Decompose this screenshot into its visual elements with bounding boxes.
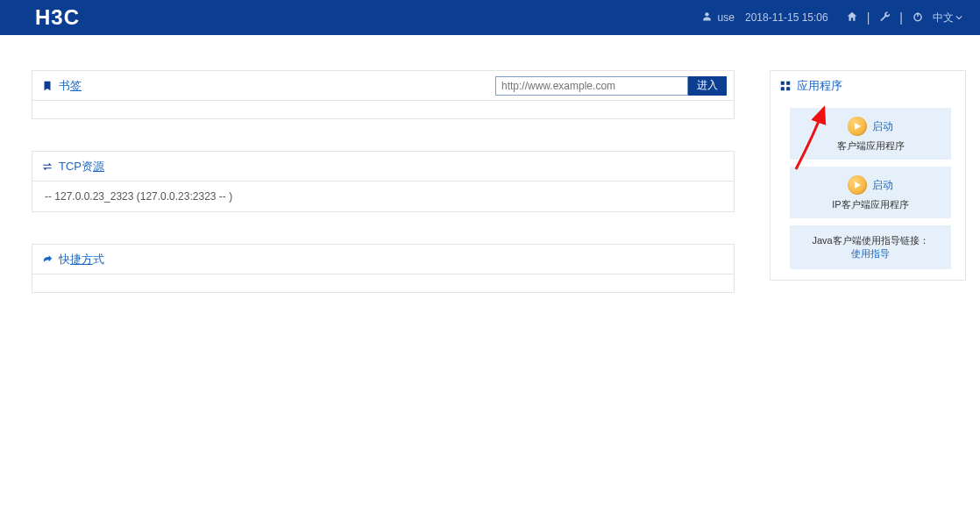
app-card-ip-client: 启动 IP客户端应用程序 [790,167,951,218]
tcp-body: -- 127.0.0.23_2323 (127.0.0.23:2323 -- ) [32,182,734,211]
app-card-desc: 客户端应用程序 [837,139,905,153]
bookmark-icon [41,80,53,92]
logo: H3C [35,5,80,30]
tcp-panel: TCP资源 -- 127.0.0.23_2323 (127.0.0.23:232… [32,151,735,212]
guide-link[interactable]: 使用指导 [797,247,944,260]
left-column: 书签 进入 TCP资源 -- 1 [32,70,735,293]
launch-link[interactable]: 启动 [872,119,893,134]
svg-rect-3 [781,82,785,85]
url-input[interactable] [495,76,688,96]
language-label: 中文 [933,11,954,25]
apps-panel: 应用程序 启动 客户端应用程序 启动 [770,70,966,281]
shortcuts-panel: 快捷方式 [32,244,735,293]
user-icon [701,11,713,25]
tcp-title: TCP资源 [59,159,104,175]
header-actions: | | 中文 [846,11,962,25]
url-bar: 进入 [495,76,727,96]
bookmarks-title: 书签 [59,78,82,94]
tcp-panel-head: TCP资源 [32,152,734,182]
grid-icon [779,80,792,92]
bookmarks-panel-head: 书签 进入 [32,71,734,101]
shortcuts-body [32,274,734,292]
app-card-desc: IP客户端应用程序 [832,198,908,211]
svg-rect-5 [781,87,785,90]
go-button[interactable]: 进入 [688,76,727,96]
shortcuts-title: 快捷方式 [59,252,104,267]
page-body: 书签 进入 TCP资源 -- 1 [0,35,980,293]
language-selector[interactable]: 中文 [933,11,962,25]
app-header: H3C use 2018-11-15 15:06 | | 中文 [0,0,980,35]
chevron-down-icon [955,14,962,21]
tcp-resource-item[interactable]: -- 127.0.0.23_2323 (127.0.0.23:2323 -- ) [45,190,232,203]
svg-point-0 [705,12,708,16]
user-name: use [718,11,735,24]
svg-rect-6 [786,87,790,90]
app-card-client: 启动 客户端应用程序 [790,108,951,160]
separator: | [867,11,870,25]
home-icon[interactable] [846,11,858,25]
play-button[interactable] [848,175,867,195]
svg-rect-4 [786,82,790,85]
wrench-icon[interactable] [878,11,891,25]
launch-link[interactable]: 启动 [872,178,893,193]
shortcuts-panel-head: 快捷方式 [32,245,734,274]
guide-label: Java客户端使用指导链接： [797,234,944,247]
header-timestamp: 2018-11-15 15:06 [745,11,828,24]
bookmarks-body [32,101,734,118]
separator: | [899,11,903,25]
right-column: 应用程序 启动 客户端应用程序 启动 [770,70,966,281]
share-arrow-icon [41,253,53,266]
apps-title: 应用程序 [797,78,842,94]
apps-panel-head: 应用程序 [771,71,965,101]
power-icon[interactable] [912,11,924,25]
app-guide-block: Java客户端使用指导链接： 使用指导 [790,225,951,269]
transfer-icon [41,160,53,173]
bookmarks-panel: 书签 进入 [32,70,735,119]
play-button[interactable] [848,117,867,136]
user-info: use 2018-11-15 15:06 [701,11,828,25]
